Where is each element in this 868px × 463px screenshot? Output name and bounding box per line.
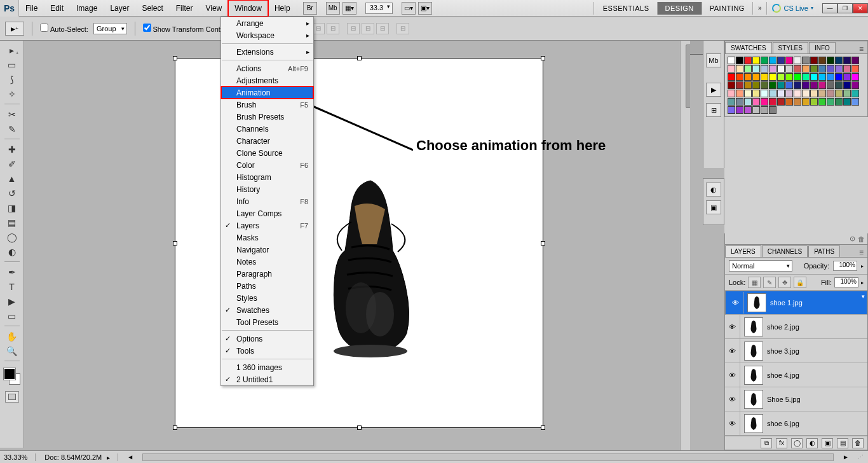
swatch[interactable] [744, 98, 752, 106]
swatch[interactable] [851, 98, 859, 106]
menu-item-info[interactable]: InfoF8 [221, 195, 313, 207]
menu-item-extensions[interactable]: Extensions [221, 46, 313, 58]
visibility-icon[interactable]: 👁 [725, 387, 740, 411]
menu-item-styles[interactable]: Styles [221, 292, 313, 304]
swatch[interactable] [777, 73, 785, 81]
swatch[interactable] [744, 73, 752, 81]
menu-item-layers[interactable]: ✓LayersF7 [221, 219, 313, 232]
menu-item-2-untitled1[interactable]: ✓2 Untitled1 [221, 373, 313, 385]
menu-item-swatches[interactable]: ✓Swatches [221, 304, 313, 316]
swatch[interactable] [851, 90, 859, 97]
dodge-tool-icon[interactable]: ◐ [3, 245, 21, 258]
swatch[interactable] [802, 73, 810, 81]
minimize-button[interactable]: — [822, 3, 837, 13]
menu-item-history[interactable]: History [221, 183, 313, 195]
menu-item-layer-comps[interactable]: Layer Comps [221, 207, 313, 219]
workspace-painting[interactable]: PAINTING [702, 2, 753, 15]
history-dock-icon[interactable]: ▶ [706, 83, 721, 97]
swatch[interactable] [818, 98, 826, 106]
swatch[interactable] [810, 90, 818, 97]
close-button[interactable]: ✕ [853, 3, 868, 13]
swatch[interactable] [752, 65, 760, 73]
menu-item-1-360-images[interactable]: 1 360 images [221, 361, 313, 373]
swatch[interactable] [744, 65, 752, 73]
swatch[interactable] [794, 65, 801, 73]
mask-icon[interactable]: ◯ [791, 438, 803, 448]
swatch[interactable] [769, 90, 776, 97]
type-tool-icon[interactable]: T [3, 280, 21, 293]
brush-tool-icon[interactable]: ✐ [3, 157, 21, 170]
lock-all-icon[interactable]: 🔒 [794, 277, 806, 288]
view-extras-icon[interactable]: ▭▾ [402, 2, 416, 15]
swatch[interactable] [835, 65, 843, 73]
swatch[interactable] [761, 81, 768, 89]
workspace-more-icon[interactable]: » [753, 4, 767, 11]
menu-select[interactable]: Select [135, 0, 169, 17]
swatch[interactable] [752, 98, 760, 106]
fx-icon[interactable]: fx [776, 438, 787, 448]
swatch[interactable] [818, 73, 826, 81]
menu-item-workspace[interactable]: Workspace [221, 29, 313, 41]
menu-help[interactable]: Help [268, 0, 297, 17]
swatch[interactable] [777, 57, 785, 64]
autoselect-checkbox[interactable]: Auto-Select: [40, 24, 88, 33]
swatch[interactable] [810, 65, 818, 73]
layer-row[interactable]: 👁shoe 6.jpg [725, 411, 867, 436]
swatch[interactable] [802, 57, 810, 64]
layer-row[interactable]: 👁shoe 4.jpg [725, 363, 867, 387]
swatch[interactable] [802, 65, 810, 73]
menu-item-paragraph[interactable]: Paragraph [221, 268, 313, 280]
move-tool-icon[interactable]: ▸+ [3, 43, 21, 57]
swatch[interactable] [827, 65, 834, 73]
zoom-level-select[interactable]: 33.3 [365, 3, 393, 14]
menu-layer[interactable]: Layer [104, 0, 135, 17]
show-transform-checkbox[interactable]: Show Transform Controls [143, 24, 232, 33]
menu-item-notes[interactable]: Notes [221, 256, 313, 268]
menu-item-tools[interactable]: ✓Tools [221, 345, 313, 357]
history-brush-tool-icon[interactable]: ↺ [3, 186, 21, 200]
minibridge-dock-icon[interactable]: Mb [706, 53, 721, 67]
vertical-scrollbar[interactable] [680, 41, 690, 450]
styles-tab[interactable]: STYLES [773, 42, 808, 53]
swatch[interactable] [769, 73, 776, 81]
swatch[interactable] [728, 98, 735, 106]
status-zoom[interactable]: 33.33% [4, 453, 36, 461]
menu-item-masks[interactable]: Masks [221, 232, 313, 244]
swatch[interactable] [736, 98, 743, 106]
swatch[interactable] [777, 90, 785, 97]
shape-tool-icon[interactable]: ▭ [3, 309, 21, 322]
lasso-tool-icon[interactable]: ⟆ [3, 73, 21, 86]
trash-small-icon[interactable]: 🗑 [858, 235, 865, 243]
autoselect-type-select[interactable]: Group [93, 23, 127, 34]
swatch[interactable] [736, 106, 743, 114]
move-tool-preset[interactable]: ▸+ [5, 22, 24, 36]
adjustment-layer-icon[interactable]: ◐ [806, 438, 818, 448]
swatch[interactable] [843, 98, 851, 106]
swatch[interactable] [843, 57, 851, 64]
swatch[interactable] [785, 73, 793, 81]
swatch[interactable] [728, 73, 735, 81]
trash-icon[interactable]: 🗑 [852, 438, 864, 448]
swatch[interactable] [794, 57, 801, 64]
hand-tool-icon[interactable]: ✋ [3, 329, 21, 343]
opacity-field[interactable]: 100% [833, 261, 857, 271]
swatch[interactable] [810, 98, 818, 106]
quickmask-icon[interactable] [5, 391, 19, 403]
menu-item-paths[interactable]: Paths [221, 280, 313, 292]
eraser-tool-icon[interactable]: ◨ [3, 201, 21, 214]
hscroll-left-icon[interactable]: ◄ [127, 453, 133, 460]
gradient-tool-icon[interactable]: ▤ [3, 216, 21, 229]
layer-row[interactable]: 👁shoe 1.jpg [725, 291, 867, 315]
panel-menu-icon[interactable]: ≡ [855, 45, 867, 53]
swatch[interactable] [752, 73, 760, 81]
swatch[interactable] [728, 106, 735, 114]
swatch[interactable] [818, 81, 826, 89]
swatch[interactable] [785, 57, 793, 64]
swatch[interactable] [810, 73, 818, 81]
menu-item-navigator[interactable]: Navigator [221, 244, 313, 256]
swatch[interactable] [794, 73, 801, 81]
swatch[interactable] [728, 57, 735, 64]
paths-tab[interactable]: PATHS [808, 245, 840, 257]
workspace-essentials[interactable]: ESSENTIALS [595, 2, 658, 15]
menu-item-actions[interactable]: ActionsAlt+F9 [221, 62, 313, 74]
